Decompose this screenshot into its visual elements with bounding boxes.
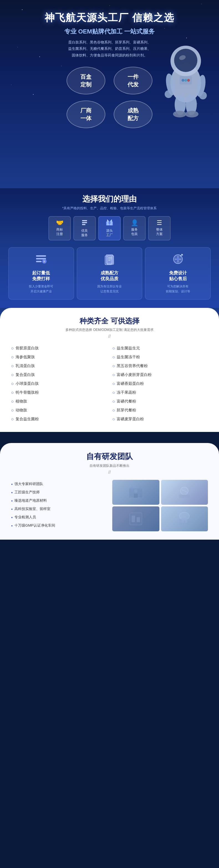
bullet-icon: ○: [112, 346, 115, 351]
card-formula: 成熟配方优良品质 因为专注所以专业让您售卖无忧: [77, 247, 142, 300]
list-item: ○ 动物肽: [11, 406, 107, 415]
svg-rect-27: [36, 261, 42, 262]
list-item: 强大专家科研团队: [11, 480, 107, 488]
hero-main-title: 神飞航天源头工厂 信赖之选: [5, 11, 214, 25]
product-col-left: ○ 骨胶原蛋白肽 ○ 海参低聚肽 ○ 乳清蛋白肽 ○ 复合蛋白肽: [11, 344, 107, 424]
feature-oval-2: 一件 代发: [114, 67, 153, 94]
svg-rect-47: [179, 495, 190, 498]
service-icon: [78, 219, 91, 227]
rd-section: 自有研发团队 自有研发团队新品不断推出 // 强大专家科研团队 工匠级生产技师 …: [0, 443, 219, 539]
list-item: ○ 植物肽: [11, 397, 107, 406]
trademark-icon: 🤝: [53, 219, 66, 226]
badge-solution: ☰ 整体方案: [148, 216, 170, 240]
svg-rect-23: [107, 220, 108, 221]
why-subtitle: *具有严格的投料、生产、品控、检验、包装等生产流程管理体系: [8, 206, 211, 211]
list-item: ○ 小球藻蛋白肽: [11, 379, 107, 388]
feature-ovals-row2: 厂商 一体 成熟 配方: [66, 100, 153, 128]
bullet-icon: ○: [112, 408, 115, 413]
svg-rect-22: [108, 222, 111, 224]
badge-factory: 源头工厂: [99, 216, 120, 240]
list-item: ○ 胚芽代餐粉: [112, 406, 208, 415]
rd-image-2: [161, 480, 208, 505]
rd-content-container: 强大专家科研团队 工匠级生产技师 臻选地道产地原材料 高科技实验室、留样室 专业…: [11, 480, 208, 531]
bullet-icon: ○: [11, 364, 14, 369]
rd-images-grid: [112, 480, 208, 531]
design-desc: 可为您解决所有前期策划、设计等: [149, 284, 207, 294]
svg-rect-51: [137, 517, 140, 522]
svg-rect-55: [182, 520, 184, 523]
list-item: ○ 复合蛋白肽: [11, 370, 107, 379]
moq-desc: 投入少量资金即可开启大健康产业: [12, 284, 70, 294]
list-item: ○ 富硒小麦胚芽蛋白粉: [112, 370, 208, 379]
product-grid: ○ 骨胶原蛋白肽 ○ 海参低聚肽 ○ 乳清蛋白肽 ○ 复合蛋白肽: [11, 344, 208, 424]
formula-title: 成熟配方优良品质: [81, 270, 138, 282]
bullet-icon: ○: [11, 399, 14, 404]
factory-icon: [103, 219, 116, 227]
bullet-icon: ○: [112, 364, 115, 369]
feature-cards-container: ≡ 起订量低免费打样 投入少量资金即可开启大健康产业 成熟配方优良品质 因为专注…: [8, 247, 211, 300]
list-item: ○ 富硒代餐粉: [112, 397, 208, 406]
card-design: 免费设计贴心售后 可为您解决所有前期策划、设计等: [145, 247, 211, 300]
list-item: 十万级GMP认证净化车间: [11, 521, 107, 530]
svg-rect-33: [108, 257, 112, 258]
list-item: ○ 富硒麦芽蛋白粉: [112, 415, 208, 424]
svg-rect-24: [111, 220, 112, 221]
formula-icon: [81, 253, 138, 268]
bullet-icon: ○: [112, 381, 115, 386]
rd-subtitle: 自有研发团队新品不断推出: [11, 464, 208, 468]
list-item: ○ 海参低聚肽: [11, 353, 107, 362]
rd-image-4: [161, 506, 208, 531]
product-col-right: ○ 益生菌益生元 ○ 益生菌冻干粉 ○ 黑五谷营养代餐粉 ○ 富硒小麦胚芽蛋白粉: [112, 344, 208, 424]
feature-ovals-row1: 百盒 定制 一件 代发: [66, 67, 153, 94]
bullet-icon: ○: [11, 390, 14, 395]
bullet-icon: ○: [11, 408, 14, 413]
rd-list: 强大专家科研团队 工匠级生产技师 臻选地道产地原材料 高科技实验室、留样室 专业…: [11, 480, 107, 530]
svg-text:≡: ≡: [43, 259, 45, 263]
badge-packaging: 👤 服务包装: [124, 216, 145, 240]
list-item: 专业检测人员: [11, 513, 107, 521]
bullet-icon: ○: [112, 372, 115, 377]
svg-rect-35: [108, 260, 111, 260]
design-icon: [149, 253, 207, 268]
svg-point-39: [177, 258, 179, 260]
design-title: 免费设计贴心售后: [149, 270, 207, 282]
why-title: 选择我们的理由: [8, 194, 211, 204]
list-item: ○ 骨胶原蛋白肽: [11, 344, 107, 353]
hero-subtitle: 专业 OEM贴牌代加工 一站式服务: [5, 27, 214, 36]
svg-rect-50: [132, 516, 135, 522]
svg-rect-43: [139, 486, 141, 491]
list-item: ○ 益生菌冻干粉: [112, 353, 208, 362]
list-item: 工匠级生产技师: [11, 488, 107, 496]
badge-solution-label: 整体方案: [153, 227, 166, 236]
svg-point-45: [134, 489, 137, 493]
bullet-icon: ○: [112, 390, 115, 395]
svg-rect-16: [82, 220, 87, 221]
bullet-icon: ○: [112, 355, 115, 360]
products-subtitle: 多种款式供您选择 OEM/ODM加工定制 满足您的大批量需求: [11, 328, 208, 332]
rd-divider: //: [11, 470, 208, 475]
svg-rect-25: [36, 255, 46, 257]
badge-trademark-label: 商标注册: [53, 227, 66, 236]
why-badges-container: 🤝 商标注册 优良服务: [8, 216, 211, 240]
badge-factory-label: 源头工厂: [103, 229, 116, 237]
card-moq: ≡ 起订量低免费打样 投入少量资金即可开启大健康产业: [8, 247, 74, 300]
badge-service-label: 优良服务: [78, 229, 91, 237]
badge-trademark: 🤝 商标注册: [49, 216, 71, 240]
bullet-icon: ○: [11, 346, 14, 351]
list-item: ○ 乳清蛋白肽: [11, 362, 107, 370]
packaging-icon: 👤: [128, 219, 141, 226]
bullet-icon: ○: [112, 399, 115, 404]
svg-rect-34: [108, 258, 112, 259]
products-section: 种类齐全 可供选择 多种款式供您选择 OEM/ODM加工定制 满足您的大批量需求…: [0, 308, 219, 432]
products-title: 种类齐全 可供选择: [11, 316, 208, 326]
list-item: ○ 牦牛骨髓肽粉: [11, 388, 107, 397]
svg-rect-42: [130, 487, 133, 491]
svg-rect-17: [82, 222, 87, 223]
list-item: ○ 复合益生菌粉: [11, 415, 107, 424]
bullet-icon: ○: [11, 417, 14, 422]
feature-oval-1: 百盒 定制: [66, 67, 105, 94]
svg-rect-44: [134, 494, 138, 498]
feature-oval-4: 成熟 配方: [114, 100, 153, 128]
hero-section: 神飞航天源头工厂 信赖之选 专业 OEM贴牌代加工 一站式服务 蛋白肽系列、黑色…: [0, 0, 219, 188]
list-item: ○ 黑五谷营养代餐粉: [112, 362, 208, 370]
